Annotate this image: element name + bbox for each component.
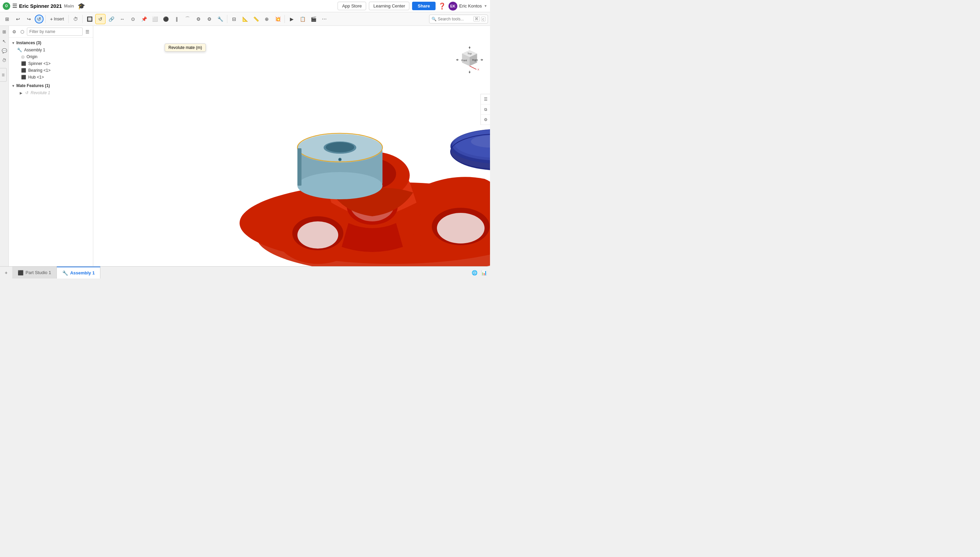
- spinner-center-cylinder: [297, 133, 382, 199]
- separator-4: [227, 15, 227, 23]
- nav-cube[interactable]: Top Front Right X: [456, 46, 483, 73]
- viewport[interactable]: Revolute mate (m): [93, 26, 490, 266]
- section-view-button[interactable]: 📐: [240, 14, 250, 24]
- release-manage-button[interactable]: 📊: [480, 269, 488, 277]
- tree-item-hub[interactable]: ⬛ Hub <1>: [9, 74, 93, 81]
- tree-item-assembly1[interactable]: 🔧 Assembly 1: [9, 47, 93, 54]
- learning-badge-icon: 🎓: [78, 2, 85, 10]
- logo-letter: O: [5, 4, 8, 8]
- tree-view: ▼ Instances (3) 🔧 Assembly 1 ◎ Origin ⬛ …: [9, 38, 93, 266]
- fastened-mate-button[interactable]: 🔗: [106, 14, 116, 24]
- animation-button[interactable]: 🎬: [308, 14, 318, 24]
- filter-input[interactable]: [27, 28, 83, 36]
- help-icon[interactable]: ❓: [438, 2, 446, 10]
- slider-mate-button[interactable]: ↔: [117, 14, 127, 24]
- left-settings-icon[interactable]: ⊞: [1, 28, 8, 35]
- insert-plus-icon: +: [50, 16, 53, 22]
- more-tools-button[interactable]: ⋯: [319, 14, 329, 24]
- left-comment-icon[interactable]: 💬: [1, 47, 8, 54]
- redo-button[interactable]: ↪: [24, 14, 34, 24]
- tree-item-bearing[interactable]: ⬛ Bearing <1>: [9, 67, 93, 74]
- tree-item-spinner[interactable]: ⬛ Spinner <1>: [9, 60, 93, 67]
- avatar-initials: EK: [450, 4, 455, 8]
- exploded-view-button[interactable]: 💥: [273, 14, 283, 24]
- pin-slot-button[interactable]: 📌: [139, 14, 149, 24]
- navcube-front-label: Front: [461, 59, 467, 62]
- rack-pinion-button[interactable]: ⚙: [193, 14, 204, 24]
- search-icon: 🔍: [431, 17, 436, 21]
- separator-1: [45, 15, 46, 23]
- appstore-button[interactable]: App Store: [338, 2, 366, 10]
- assembly1-icon: 🔧: [17, 47, 22, 52]
- search-input[interactable]: [438, 17, 472, 21]
- insert-button[interactable]: + Insert: [47, 14, 67, 24]
- user-area[interactable]: EK Eric Kontos ▼: [449, 2, 487, 11]
- search-tools-area: 🔍 ⌘ c: [429, 15, 488, 23]
- screw-mate-button[interactable]: 🔧: [215, 14, 225, 24]
- origin-label: Origin: [26, 54, 38, 59]
- fixed-icon[interactable]: 🔲: [84, 14, 95, 24]
- svg-line-41: [470, 66, 476, 69]
- tab-assembly-1[interactable]: 🔧 Assembly 1: [57, 267, 100, 278]
- planar-mate-button[interactable]: ⬜: [150, 14, 160, 24]
- navcube-right-label: Right: [472, 59, 478, 62]
- tab-part-studio-1[interactable]: ⬛ Part Studio 1: [12, 267, 57, 278]
- toolbar: ⊞ ↩ ↪ ↺ + Insert ⏱ 🔲 ↺ 🔗 ↔ ⊙ 📌 ⬜ ⚫ ∥ ⌒ ⚙…: [0, 12, 490, 26]
- user-name: Eric Kontos: [459, 3, 482, 8]
- share-button[interactable]: Share: [412, 2, 435, 10]
- collapse-panel-button[interactable]: ☰: [0, 68, 7, 81]
- logo[interactable]: O: [3, 2, 10, 10]
- simulation-button[interactable]: ▶: [286, 14, 297, 24]
- collapse-icon: ☰: [2, 73, 5, 77]
- ball-mate-button[interactable]: ⚫: [161, 14, 171, 24]
- brand: O ☰ Eric Spinner 2021 Main 🎓: [3, 2, 85, 10]
- tree-item-origin[interactable]: ◎ Origin: [9, 54, 93, 60]
- refresh-button[interactable]: ↺: [35, 15, 44, 23]
- new-tab-button[interactable]: +: [2, 269, 10, 277]
- instances-header[interactable]: ▼ Instances (3): [9, 39, 93, 47]
- mate-connector-button[interactable]: ⊕: [262, 14, 272, 24]
- revolute1-label: Revolute 1: [31, 90, 50, 95]
- revolute1-expand-icon: ▶: [20, 91, 23, 95]
- settings-icon[interactable]: ⊞: [2, 14, 12, 24]
- pattern-button[interactable]: ⊟: [229, 14, 239, 24]
- separator-2: [69, 15, 69, 23]
- shortcut-key: ⌘: [473, 16, 480, 21]
- tangent-mate-button[interactable]: ⌒: [182, 14, 193, 24]
- sidebar-list-icon[interactable]: ☰: [84, 27, 91, 36]
- gear-mate-button[interactable]: ⚙: [204, 14, 214, 24]
- shortcut-c: c: [481, 17, 486, 21]
- assembly-tab-icon: 🔧: [62, 270, 68, 276]
- measure-button[interactable]: 📏: [251, 14, 261, 24]
- sidebar-funnel-icon[interactable]: ⬡: [19, 27, 26, 36]
- revolute-mate-button[interactable]: ↺: [95, 14, 106, 24]
- svg-point-12: [297, 221, 338, 249]
- instances-chevron-icon: ▼: [11, 41, 15, 45]
- hub-icon: ⬛: [21, 75, 26, 80]
- clock-icon[interactable]: ⏱: [70, 14, 81, 24]
- bom-button[interactable]: 📋: [297, 14, 308, 24]
- right-panel-list-btn[interactable]: ☰: [481, 94, 490, 104]
- tree-item-revolute1[interactable]: ▶ ↺ Revolute 1: [9, 90, 93, 96]
- hamburger-icon[interactable]: ☰: [12, 3, 17, 9]
- doc-title: Eric Spinner 2021: [19, 3, 62, 9]
- learning-center-button[interactable]: Learning Center: [369, 2, 409, 10]
- mate-features-header[interactable]: ▼ Mate Features (1): [9, 82, 93, 90]
- svg-marker-31: [469, 46, 470, 48]
- left-history-icon[interactable]: ⏱: [1, 57, 8, 64]
- undo-button[interactable]: ↩: [13, 14, 23, 24]
- svg-marker-33: [482, 59, 483, 61]
- global-settings-button[interactable]: 🌐: [470, 269, 479, 277]
- right-panel-config-btn[interactable]: ⚙: [481, 115, 490, 125]
- avatar: EK: [449, 2, 457, 11]
- parallel-mate-button[interactable]: ∥: [172, 14, 182, 24]
- doc-branch: Main: [64, 3, 74, 8]
- left-pointer-icon[interactable]: ↖: [1, 37, 8, 45]
- right-panel-layers-btn[interactable]: ⧉: [481, 104, 490, 115]
- assembly-tab-label: Assembly 1: [70, 270, 95, 275]
- cylindrical-mate-button[interactable]: ⊙: [128, 14, 138, 24]
- main-area: ⊞ ↖ 💬 ⏱ ⚙ ⬡ ☰ ▼ Instances (3) 🔧 Assembly…: [0, 26, 490, 266]
- instances-label: Instances (3): [16, 41, 41, 45]
- sidebar-filter-button[interactable]: ⚙: [11, 27, 18, 36]
- left-iconbar: ⊞ ↖ 💬 ⏱: [0, 26, 9, 266]
